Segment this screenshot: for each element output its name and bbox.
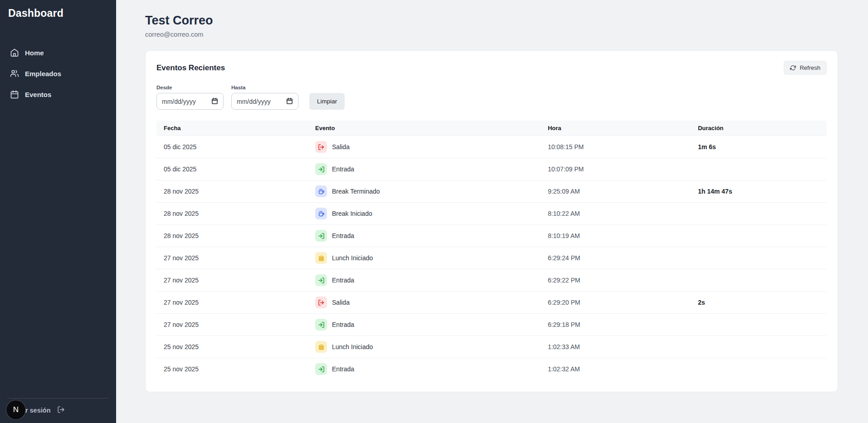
users-icon xyxy=(10,69,19,78)
row-fecha: 27 nov 2025 xyxy=(156,314,308,336)
row-hora: 6:29:22 PM xyxy=(541,269,691,292)
row-fecha: 28 nov 2025 xyxy=(156,203,308,225)
page-title: Test Correo xyxy=(145,14,838,28)
calendar-picker-icon[interactable] xyxy=(286,97,293,106)
sidebar-item-label: Home xyxy=(25,49,44,57)
refresh-button[interactable]: Refresh xyxy=(784,61,827,75)
coffee-icon xyxy=(315,208,327,219)
refresh-label: Refresh xyxy=(800,64,820,71)
sidebar-item-label: Empleados xyxy=(25,70,61,78)
row-fecha: 05 dic 2025 xyxy=(156,136,308,158)
events-table: Fecha Evento Hora Duración 05 dic 2025 S… xyxy=(156,121,827,380)
table-row: 27 nov 2025 Entrada 6:29:18 PM xyxy=(156,314,827,336)
row-duracion xyxy=(691,225,827,247)
col-evento: Evento xyxy=(308,121,541,136)
event-label: Salida xyxy=(332,299,350,306)
table-row: 25 nov 2025 Lunch Iniciado 1:02:33 AM xyxy=(156,336,827,358)
desde-date-input[interactable]: mm/dd/yyyy xyxy=(156,93,224,110)
login-badge-icon xyxy=(315,274,327,286)
sidebar-item-eventos[interactable]: Eventos xyxy=(0,84,116,105)
desde-label: Desde xyxy=(156,85,224,90)
col-hora: Hora xyxy=(541,121,691,136)
coffee-icon xyxy=(315,185,327,197)
calendar-icon xyxy=(10,90,19,99)
event-label: Break Terminado xyxy=(332,188,380,195)
logout-badge-icon xyxy=(315,297,327,308)
login-badge-icon xyxy=(315,319,327,331)
row-fecha: 27 nov 2025 xyxy=(156,269,308,292)
row-hora: 10:07:09 PM xyxy=(541,158,691,180)
row-fecha: 27 nov 2025 xyxy=(156,292,308,314)
event-label: Entrada xyxy=(332,365,354,373)
date-filters: Desde mm/dd/yyyy Hasta mm/dd/yyyy xyxy=(156,85,827,110)
limpiar-button[interactable]: Limpiar xyxy=(309,93,345,110)
hasta-filter: Hasta mm/dd/yyyy xyxy=(231,85,298,110)
event-label: Entrada xyxy=(332,277,354,284)
logout-icon xyxy=(57,406,65,415)
sidebar-item-label: Eventos xyxy=(25,91,51,98)
table-row: 05 dic 2025 Salida 10:08:15 PM 1m 6s xyxy=(156,136,827,158)
event-label: Break Iniciado xyxy=(332,210,372,217)
row-hora: 10:08:15 PM xyxy=(541,136,691,158)
row-duracion xyxy=(691,158,827,180)
hasta-label: Hasta xyxy=(231,85,298,90)
app-title: Dashboard xyxy=(0,0,116,27)
login-badge-icon xyxy=(315,230,327,242)
row-duracion xyxy=(691,203,827,225)
row-fecha: 28 nov 2025 xyxy=(156,225,308,247)
row-hora: 8:10:19 AM xyxy=(541,225,691,247)
sidebar-item-home[interactable]: Home xyxy=(0,42,116,63)
table-row: 05 dic 2025 Entrada 10:07:09 PM xyxy=(156,158,827,180)
event-label: Lunch Iniciado xyxy=(332,254,373,262)
main-content: Test Correo correo@correo.com Eventos Re… xyxy=(116,0,868,423)
row-fecha: 25 nov 2025 xyxy=(156,336,308,358)
row-duracion xyxy=(691,336,827,358)
row-hora: 1:02:32 AM xyxy=(541,358,691,380)
event-label: Lunch Iniciado xyxy=(332,343,373,350)
event-label: Entrada xyxy=(332,165,354,173)
row-fecha: 28 nov 2025 xyxy=(156,180,308,203)
login-badge-icon xyxy=(315,363,327,375)
desde-filter: Desde mm/dd/yyyy xyxy=(156,85,224,110)
date-placeholder: mm/dd/yyyy xyxy=(162,98,196,105)
table-row: 28 nov 2025 Entrada 8:10:19 AM xyxy=(156,225,827,247)
card-title: Eventos Recientes xyxy=(156,63,225,73)
avatar[interactable]: N xyxy=(6,400,25,419)
row-duracion xyxy=(691,247,827,269)
app-window: Dashboard Home Empleados Eventos xyxy=(0,0,868,423)
event-label: Salida xyxy=(332,143,350,151)
sidebar-item-empleados[interactable]: Empleados xyxy=(0,63,116,84)
table-row: 28 nov 2025 Break Terminado 9:25:09 AM 1… xyxy=(156,180,827,203)
event-label: Entrada xyxy=(332,232,354,239)
sidebar-nav: Home Empleados Eventos xyxy=(0,42,116,105)
hasta-date-input[interactable]: mm/dd/yyyy xyxy=(231,93,298,110)
row-hora: 6:29:24 PM xyxy=(541,247,691,269)
events-table-body: 05 dic 2025 Salida 10:08:15 PM 1m 6s 05 … xyxy=(156,136,827,380)
row-hora: 9:25:09 AM xyxy=(541,180,691,203)
row-duracion: 2s xyxy=(691,292,827,314)
card-header: Eventos Recientes Refresh xyxy=(156,61,827,75)
burger-icon xyxy=(315,341,327,353)
table-row: 28 nov 2025 Break Iniciado 8:10:22 AM xyxy=(156,203,827,225)
table-row: 25 nov 2025 Entrada 1:02:32 AM xyxy=(156,358,827,380)
table-row: 27 nov 2025 Entrada 6:29:22 PM xyxy=(156,269,827,292)
event-label: Entrada xyxy=(332,321,354,328)
col-duracion: Duración xyxy=(691,121,827,136)
col-fecha: Fecha xyxy=(156,121,308,136)
table-row: 27 nov 2025 Salida 6:29:20 PM 2s xyxy=(156,292,827,314)
row-hora: 6:29:18 PM xyxy=(541,314,691,336)
row-fecha: 05 dic 2025 xyxy=(156,158,308,180)
row-duracion xyxy=(691,269,827,292)
calendar-picker-icon[interactable] xyxy=(211,97,218,106)
logout-badge-icon xyxy=(315,141,327,153)
sidebar: Dashboard Home Empleados Eventos xyxy=(0,0,116,423)
login-badge-icon xyxy=(315,163,327,175)
row-fecha: 27 nov 2025 xyxy=(156,247,308,269)
row-fecha: 25 nov 2025 xyxy=(156,358,308,380)
date-placeholder: mm/dd/yyyy xyxy=(237,98,271,105)
row-hora: 6:29:20 PM xyxy=(541,292,691,314)
row-duracion: 1h 14m 47s xyxy=(691,180,827,203)
row-duracion xyxy=(691,314,827,336)
user-email: correo@correo.com xyxy=(145,31,838,38)
row-hora: 1:02:33 AM xyxy=(541,336,691,358)
